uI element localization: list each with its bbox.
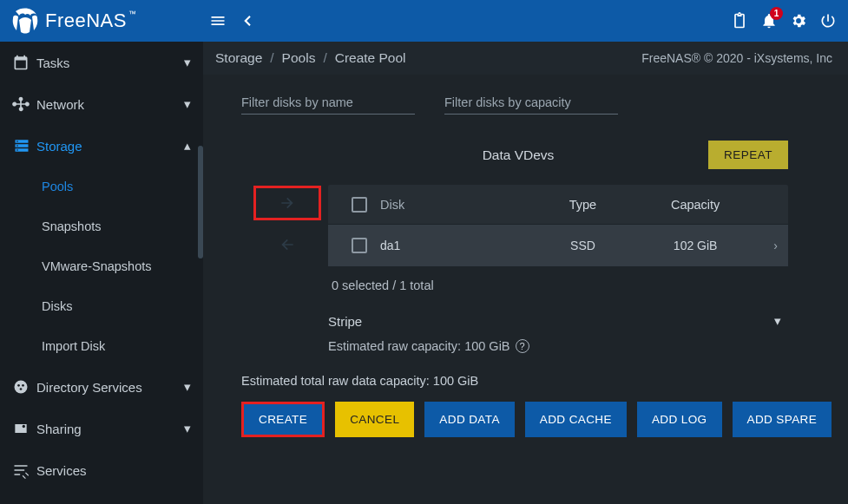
- back-button[interactable]: [233, 6, 262, 36]
- sidebar-sub-snapshots[interactable]: Snapshots: [0, 206, 203, 246]
- sidebar-item-sharing[interactable]: Sharing ▾: [0, 408, 203, 449]
- chevron-right-icon[interactable]: ›: [752, 239, 778, 252]
- add-spare-button[interactable]: ADD SPARE: [733, 402, 832, 437]
- sidebar-item-network[interactable]: Network ▾: [0, 83, 203, 125]
- brand-name: FreeNAS™: [45, 10, 136, 32]
- sidebar-item-label: Network: [36, 97, 184, 112]
- arrow-right-icon: [276, 194, 299, 212]
- sidebar-item-label: Tasks: [36, 56, 184, 70]
- main-content: Storage / Pools / Create Pool FreeNAS® ©…: [203, 42, 848, 504]
- breadcrumb: Storage / Pools / Create Pool FreeNAS® ©…: [203, 42, 848, 75]
- sidebar-item-directory-services[interactable]: Directory Services ▾: [0, 366, 203, 408]
- svg-point-1: [16, 145, 18, 147]
- expand-down-icon: ▾: [184, 96, 191, 112]
- move-left-button[interactable]: [253, 227, 321, 262]
- svg-point-3: [15, 381, 28, 394]
- expand-up-icon: ▴: [184, 138, 191, 154]
- svg-point-4: [17, 384, 20, 387]
- sidebar-item-storage[interactable]: Storage ▴: [0, 125, 203, 167]
- sidebar-sub-pools[interactable]: Pools: [0, 167, 203, 206]
- sidebar-sub-label: Import Disk: [42, 339, 105, 353]
- vdev-table: Disk Type Capacity da1 SSD 102 GiB ›: [328, 185, 788, 266]
- calendar-icon: [12, 54, 36, 71]
- scrollbar-thumb[interactable]: [198, 146, 203, 259]
- sidebar-item-label: Directory Services: [36, 380, 184, 395]
- arrow-left-icon: [276, 236, 299, 253]
- add-cache-button[interactable]: ADD CACHE: [525, 402, 627, 437]
- total-capacity: Estimated total raw data capacity: 100 G…: [241, 374, 848, 388]
- gear-icon: [790, 12, 807, 29]
- menu-icon: [209, 12, 227, 29]
- breadcrumb-pools[interactable]: Pools: [282, 50, 316, 66]
- settings-button[interactable]: [784, 6, 813, 36]
- table-row[interactable]: da1 SSD 102 GiB ›: [328, 225, 788, 266]
- freenas-logo-icon: [10, 8, 40, 34]
- cell-capacity: 102 GiB: [639, 239, 752, 252]
- column-disk: Disk: [380, 198, 527, 212]
- sidebar-sub-label: Pools: [42, 180, 73, 193]
- directory-icon: [12, 378, 36, 396]
- clipboard-icon: [731, 12, 748, 29]
- network-icon: [12, 95, 36, 113]
- storage-icon: [12, 137, 36, 154]
- sidebar-sub-label: Snapshots: [42, 219, 102, 233]
- notification-badge: 1: [770, 7, 783, 20]
- create-button[interactable]: CREATE: [244, 404, 322, 435]
- topbar: FreeNAS™ 1: [0, 0, 848, 42]
- dropdown-arrow-icon: ▾: [774, 313, 781, 329]
- sidebar-sub-vmware-snapshots[interactable]: VMware-Snapshots: [0, 246, 203, 286]
- power-button[interactable]: [813, 6, 843, 36]
- add-log-button[interactable]: ADD LOG: [637, 402, 722, 437]
- breadcrumb-create-pool: Create Pool: [335, 50, 406, 66]
- filter-name-input[interactable]: [241, 90, 415, 115]
- expand-down-icon: ▾: [184, 379, 191, 395]
- svg-point-5: [22, 384, 24, 387]
- move-right-button[interactable]: [253, 186, 321, 220]
- menu-toggle-button[interactable]: [203, 6, 233, 36]
- chevron-left-icon: [240, 13, 255, 29]
- copyright-text: FreeNAS® © 2020 - iXsystems, Inc: [641, 51, 832, 65]
- column-type: Type: [527, 198, 640, 212]
- column-capacity: Capacity: [639, 198, 752, 212]
- sidebar-sub-disks[interactable]: Disks: [0, 286, 203, 326]
- sharing-icon: [12, 420, 36, 437]
- sidebar-sub-label: VMware-Snapshots: [42, 259, 152, 273]
- sidebar-sub-import-disk[interactable]: Import Disk: [0, 326, 203, 366]
- services-icon: [12, 461, 36, 479]
- sidebar-item-label: Storage: [36, 139, 184, 154]
- table-header: Disk Type Capacity: [328, 185, 788, 225]
- cell-disk: da1: [380, 239, 527, 252]
- svg-point-0: [16, 141, 18, 142]
- sidebar-item-tasks[interactable]: Tasks ▾: [0, 42, 203, 83]
- sidebar-item-label: Services: [36, 463, 191, 478]
- sidebar-item-label: Sharing: [36, 422, 184, 436]
- svg-point-6: [20, 388, 23, 390]
- selection-summary: 0 selected / 1 total: [332, 278, 788, 292]
- cell-type: SSD: [527, 239, 640, 252]
- actions-row: CREATE CANCEL ADD DATA ADD CACHE ADD LOG…: [241, 402, 848, 437]
- tasks-button[interactable]: [725, 6, 754, 36]
- vdev-type-select[interactable]: Stripe ▾: [328, 306, 788, 336]
- breadcrumb-storage[interactable]: Storage: [215, 50, 262, 66]
- expand-down-icon: ▾: [184, 55, 191, 70]
- repeat-button[interactable]: REPEAT: [708, 141, 788, 169]
- help-icon[interactable]: ?: [516, 339, 529, 353]
- sidebar-sub-label: Disks: [42, 299, 72, 313]
- add-data-button[interactable]: ADD DATA: [424, 402, 514, 437]
- brand-logo[interactable]: FreeNAS™: [0, 8, 203, 34]
- power-icon: [819, 12, 837, 29]
- sidebar-item-services[interactable]: Services: [0, 449, 203, 491]
- expand-down-icon: ▾: [184, 421, 191, 436]
- select-all-checkbox[interactable]: [352, 197, 367, 213]
- filter-capacity-input[interactable]: [444, 90, 618, 115]
- vdev-type-value: Stripe: [328, 314, 362, 329]
- cancel-button[interactable]: CANCEL: [335, 402, 414, 437]
- estimated-capacity: Estimated raw capacity: 100 GiB: [328, 339, 510, 353]
- notifications-button[interactable]: 1: [754, 6, 784, 36]
- vdev-title: Data VDevs: [328, 147, 708, 163]
- sidebar: Tasks ▾ Network ▾ Storage ▴ Pools Snapsh…: [0, 42, 203, 504]
- svg-point-2: [16, 149, 18, 151]
- row-checkbox[interactable]: [352, 238, 367, 253]
- svg-point-7: [23, 425, 25, 428]
